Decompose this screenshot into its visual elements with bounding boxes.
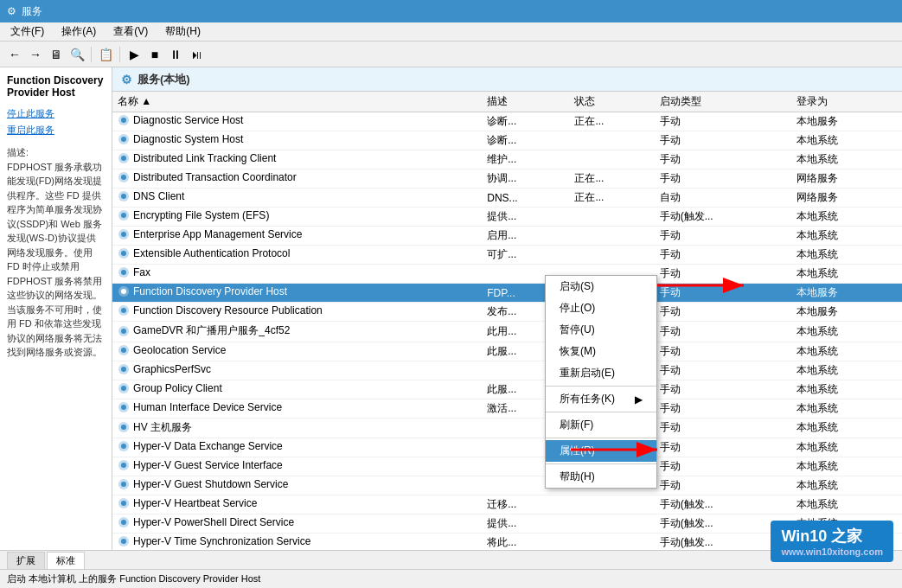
table-row[interactable]: Hyper-V Heartbeat Service 迁移...手动(触发...本… <box>112 495 902 514</box>
service-startup-cell: 手动 <box>655 438 791 457</box>
service-startup-cell: 手动 <box>655 399 791 418</box>
service-startup-cell: 手动(触发... <box>655 495 791 514</box>
table-row[interactable]: Diagnostic Service Host 诊断...正在...手动本地服务 <box>112 112 902 131</box>
svg-point-23 <box>121 329 126 334</box>
service-name-cell: Hyper-V PowerShell Direct Service <box>112 514 482 534</box>
tab-standard[interactable]: 标准 <box>47 552 85 569</box>
breadcrumb-bar: ⚙ 服务(本地) <box>112 67 902 92</box>
stop-service-button[interactable]: ■ <box>145 45 164 64</box>
context-menu-label: 停止(O) <box>560 301 595 316</box>
table-row[interactable]: Hyper-V Guest Shutdown Service 手动本地系统 <box>112 476 902 495</box>
service-name-cell: Geolocation Service <box>112 342 482 361</box>
table-row[interactable]: Function Discovery Provider Host FDP...正… <box>112 284 902 303</box>
service-desc-cell: 诊断... <box>482 112 569 131</box>
context-menu-separator <box>546 463 656 464</box>
service-name-cell: Diagnostic Service Host <box>112 112 482 131</box>
restart-service-link[interactable]: 重启此服务 <box>7 124 105 137</box>
table-row[interactable]: Distributed Transaction Coordinator 协调..… <box>112 169 902 189</box>
table-row[interactable]: Diagnostic System Host 诊断...手动本地系统 <box>112 131 902 150</box>
service-startup-cell: 手动 <box>655 112 791 131</box>
service-status-cell: 正在... <box>569 169 654 189</box>
resume-service-button[interactable]: ⏯ <box>187 45 206 64</box>
forward-button[interactable]: → <box>26 45 45 64</box>
table-row[interactable]: Extensible Authentication Protocol 可扩...… <box>112 246 902 265</box>
computer-button[interactable]: 🖥 <box>47 45 66 64</box>
svg-point-19 <box>121 289 126 294</box>
service-desc-cell: 启用... <box>482 227 569 246</box>
service-startup-cell: 手动 <box>655 131 791 150</box>
service-status-cell: 正在... <box>569 112 654 131</box>
table-row[interactable]: GameDVR 和广播用户服务_4cf52 此用...手动本地系统 <box>112 322 902 342</box>
table-row[interactable]: Function Discovery Resource Publication … <box>112 303 902 322</box>
table-row[interactable]: Fax 手动本地系统 <box>112 265 902 284</box>
table-row[interactable]: DNS Client DNS...正在...自动网络服务 <box>112 189 902 208</box>
service-login-cell: 本地系统 <box>791 342 902 361</box>
service-desc-cell: 维护... <box>482 150 569 169</box>
table-row[interactable]: Encrypting File System (EFS) 提供...手动(触发.… <box>112 208 902 227</box>
context-menu-item-resume[interactable]: 恢复(M) <box>546 341 656 362</box>
breadcrumb-label: 服务(本地) <box>138 72 190 87</box>
context-menu-item-pause[interactable]: 暂停(U) <box>546 319 656 341</box>
col-status[interactable]: 状态 <box>569 92 654 112</box>
table-row[interactable]: Group Policy Client 此服...手动本地系统 <box>112 380 902 399</box>
menu-file[interactable]: 文件(F) <box>5 23 49 40</box>
properties-toolbar-button[interactable]: 📋 <box>96 45 115 64</box>
service-login-cell: 本地系统 <box>791 227 902 246</box>
service-startup-cell: 手动 <box>655 303 791 322</box>
watermark-line2: www.win10xitong.com <box>781 546 883 557</box>
context-menu-item-stop[interactable]: 停止(O) <box>546 297 656 319</box>
context-menu-item-all-tasks[interactable]: 所有任务(K)▶ <box>546 388 656 410</box>
table-row[interactable]: HV 主机服务 手动本地系统 <box>112 418 902 438</box>
col-startup[interactable]: 启动类型 <box>655 92 791 112</box>
service-desc-cell: 可扩... <box>482 246 569 265</box>
menu-view[interactable]: 查看(V) <box>108 23 153 40</box>
menu-help[interactable]: 帮助(H) <box>160 23 206 40</box>
svg-point-25 <box>121 348 126 353</box>
table-row[interactable]: Distributed Link Tracking Client 维护...手动… <box>112 150 902 169</box>
col-name[interactable]: 名称 ▲ <box>112 92 482 112</box>
table-row[interactable]: GraphicsPerfSvc 手动本地系统 <box>112 361 902 380</box>
start-service-button[interactable]: ▶ <box>125 45 144 64</box>
service-login-cell: 本地系统 <box>791 150 902 169</box>
svg-point-1 <box>121 118 126 123</box>
service-login-cell: 本地系统 <box>791 399 902 418</box>
service-login-cell: 本地系统 <box>791 495 902 514</box>
search-button[interactable]: 🔍 <box>67 45 86 64</box>
context-menu-item-refresh[interactable]: 刷新(F) <box>546 414 656 436</box>
service-startup-cell: 手动 <box>655 169 791 189</box>
service-name-cell: DNS Client <box>112 189 482 208</box>
table-row[interactable]: Hyper-V Guest Service Interface 手动本地系统 <box>112 457 902 476</box>
context-menu-item-restart[interactable]: 重新启动(E) <box>546 362 656 384</box>
services-table-container[interactable]: 名称 ▲ 描述 状态 启动类型 登录为 Diagnostic Service H… <box>112 92 902 569</box>
tabs-bar: 扩展 标准 <box>0 550 902 569</box>
context-menu-label: 刷新(F) <box>560 418 593 432</box>
service-name-cell: Human Interface Device Service <box>112 399 482 418</box>
service-desc-cell: 迁移... <box>482 495 569 514</box>
service-login-cell: 本地系统 <box>791 322 902 342</box>
menu-action[interactable]: 操作(A) <box>56 23 101 40</box>
svg-point-33 <box>121 425 126 430</box>
table-row[interactable]: Human Interface Device Service 激活...手动本地… <box>112 399 902 418</box>
service-startup-cell: 手动 <box>655 246 791 265</box>
context-menu-item-help[interactable]: 帮助(H) <box>546 466 656 488</box>
col-desc[interactable]: 描述 <box>482 92 569 112</box>
service-name-cell: Function Discovery Resource Publication <box>112 303 482 322</box>
tab-extend[interactable]: 扩展 <box>7 552 45 569</box>
context-menu-item-start[interactable]: 启动(S) <box>546 276 656 297</box>
svg-point-39 <box>121 482 126 487</box>
pause-service-button[interactable]: ⏸ <box>166 45 185 64</box>
context-menu-item-properties[interactable]: 属性(R) <box>546 440 656 462</box>
table-row[interactable]: Geolocation Service 此服...手动本地系统 <box>112 342 902 361</box>
service-startup-cell: 手动 <box>655 322 791 342</box>
service-name-cell: GraphicsPerfSvc <box>112 361 482 380</box>
back-button[interactable]: ← <box>5 45 24 64</box>
service-login-cell: 网络服务 <box>791 189 902 208</box>
toolbar-sep-1 <box>91 47 92 62</box>
svg-point-7 <box>121 175 126 180</box>
service-login-cell: 本地系统 <box>791 418 902 438</box>
context-menu-label: 重新启动(E) <box>560 366 615 380</box>
table-row[interactable]: Enterprise App Management Service 启用...手… <box>112 227 902 246</box>
col-login[interactable]: 登录为 <box>791 92 902 112</box>
stop-service-link[interactable]: 停止此服务 <box>7 107 105 120</box>
table-row[interactable]: Hyper-V Data Exchange Service 手动本地系统 <box>112 438 902 457</box>
